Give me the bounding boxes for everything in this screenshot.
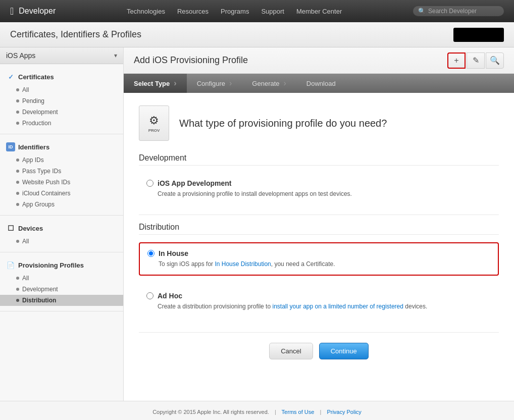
footer: Copyright © 2015 Apple Inc. All rights r… bbox=[0, 401, 514, 420]
section-divider bbox=[139, 215, 499, 215]
devices-icon: ☐ bbox=[6, 224, 15, 233]
nav-support[interactable]: Support bbox=[261, 8, 284, 15]
sidebar-item-cert-development[interactable]: Development bbox=[0, 107, 123, 118]
profile-question: What type of provisioning profile do you… bbox=[179, 118, 387, 129]
apple-logo-icon:  bbox=[10, 6, 14, 17]
form-content: ⚙ PROV What type of provisioning profile… bbox=[124, 93, 514, 372]
terms-link[interactable]: Terms of Use bbox=[282, 409, 315, 415]
section-header-provisioning: 📄 Provisioning Profiles bbox=[0, 257, 123, 273]
nav-programs[interactable]: Programs bbox=[221, 8, 249, 15]
section-label-certificates: Certificates bbox=[18, 73, 54, 81]
in-house-radio[interactable] bbox=[147, 250, 155, 257]
section-header-devices: ☐ Devices bbox=[0, 221, 123, 236]
sidebar-item-app-ids[interactable]: App IDs bbox=[0, 154, 123, 166]
step-select-type: Select Type › bbox=[124, 74, 187, 93]
add-button[interactable]: + bbox=[447, 52, 466, 69]
step-arrow-icon: › bbox=[174, 79, 176, 88]
bullet-icon bbox=[16, 181, 19, 184]
sidebar-item-prov-all[interactable]: All bbox=[0, 273, 123, 284]
search-button[interactable]: 🔍 bbox=[486, 52, 504, 69]
sidebar-item-pass-type-ids[interactable]: Pass Type IDs bbox=[0, 166, 123, 177]
gear-icon: ⚙ bbox=[149, 114, 159, 127]
sidebar-section-provisioning: 📄 Provisioning Profiles All Development … bbox=[0, 252, 123, 311]
search-input[interactable] bbox=[428, 8, 504, 15]
main-layout: iOS Apps Mac Apps ▾ ✓ Certificates All P… bbox=[0, 47, 514, 401]
in-house-link[interactable]: In House Distribution bbox=[215, 260, 271, 268]
nav-resources[interactable]: Resources bbox=[177, 8, 209, 15]
section-label-devices: Devices bbox=[18, 225, 43, 232]
development-section-title: Development bbox=[139, 153, 499, 166]
bullet-icon bbox=[16, 288, 19, 291]
ad-hoc-radio[interactable] bbox=[146, 292, 153, 299]
platform-select[interactable]: iOS Apps Mac Apps bbox=[6, 51, 114, 60]
main-content: Add iOS Provisioning Profile + ✎ 🔍 Selec… bbox=[124, 47, 514, 401]
in-house-label: In House bbox=[159, 249, 188, 257]
bullet-icon bbox=[16, 88, 19, 91]
step-label-configure: Configure bbox=[197, 80, 225, 87]
ios-dev-radio[interactable] bbox=[146, 180, 153, 187]
prov-header: ⚙ PROV What type of provisioning profile… bbox=[139, 106, 499, 141]
step-download: Download bbox=[296, 74, 346, 93]
sidebar-item-cert-pending[interactable]: Pending bbox=[0, 95, 123, 107]
search-bar[interactable]: 🔍 bbox=[413, 6, 504, 16]
prov-file-icon: ⚙ PROV bbox=[139, 106, 169, 141]
bullet-icon bbox=[16, 277, 19, 280]
sidebar-item-website-push-ids[interactable]: Website Push IDs bbox=[0, 177, 123, 188]
footer-separator2: | bbox=[320, 409, 321, 415]
step-label-generate: Generate bbox=[252, 80, 279, 87]
sidebar-section-identifiers: ID Identifiers App IDs Pass Type IDs Web… bbox=[0, 134, 123, 216]
bullet-icon bbox=[16, 159, 19, 162]
distribution-section-title: Distribution bbox=[139, 223, 499, 235]
bullet-icon bbox=[16, 99, 19, 102]
stepper: Select Type › Configure › Generate › Dow… bbox=[124, 74, 514, 93]
step-configure: Configure › bbox=[187, 74, 242, 93]
bullet-icon bbox=[16, 111, 19, 114]
nav-member-center[interactable]: Member Center bbox=[296, 8, 342, 15]
content-actions: + ✎ 🔍 bbox=[447, 52, 504, 69]
bullet-icon bbox=[16, 122, 19, 125]
ios-dev-option: iOS App Development Create a provisionin… bbox=[139, 173, 499, 204]
sidebar-item-devices-all[interactable]: All bbox=[0, 236, 123, 247]
ad-hoc-desc: Create a distribution provisioning profi… bbox=[146, 302, 491, 311]
content-title: Add iOS Provisioning Profile bbox=[134, 55, 248, 66]
ad-hoc-link[interactable]: install your app on a limited number of … bbox=[272, 303, 403, 310]
sidebar-section-certificates: ✓ Certificates All Pending Development P… bbox=[0, 64, 123, 134]
sidebar-item-cert-all[interactable]: All bbox=[0, 84, 123, 95]
nav-links: Technologies Resources Programs Support … bbox=[70, 8, 399, 15]
sidebar-item-cert-production[interactable]: Production bbox=[0, 118, 123, 129]
step-label-download: Download bbox=[306, 80, 336, 87]
cancel-button[interactable]: Cancel bbox=[269, 343, 313, 359]
sidebar-item-prov-development[interactable]: Development bbox=[0, 284, 123, 295]
sidebar-item-icloud-containers[interactable]: iCloud Containers bbox=[0, 188, 123, 199]
continue-button[interactable]: Continue bbox=[319, 343, 369, 359]
brand:  Developer bbox=[10, 6, 56, 17]
sidebar-section-devices: ☐ Devices All bbox=[0, 216, 123, 252]
ios-dev-label: iOS App Development bbox=[158, 179, 232, 187]
ad-hoc-label: Ad Hoc bbox=[158, 292, 182, 300]
bullet-icon bbox=[16, 170, 19, 173]
in-house-option: In House To sign iOS apps for In House D… bbox=[139, 242, 499, 276]
ad-hoc-option: Ad Hoc Create a distribution provisionin… bbox=[139, 286, 499, 317]
copyright-text: Copyright © 2015 Apple Inc. All rights r… bbox=[152, 409, 269, 415]
content-header: Add iOS Provisioning Profile + ✎ 🔍 bbox=[124, 47, 514, 74]
step-arrow-icon: › bbox=[229, 79, 232, 88]
chevron-down-icon: ▾ bbox=[114, 52, 117, 59]
distribution-section: Distribution In House To sign iOS apps f… bbox=[139, 223, 499, 317]
page-title: Certificates, Identifiers & Profiles bbox=[10, 29, 141, 40]
nav-technologies[interactable]: Technologies bbox=[127, 8, 165, 15]
top-nav:  Developer Technologies Resources Progr… bbox=[0, 0, 514, 22]
form-buttons: Cancel Continue bbox=[139, 332, 499, 359]
sidebar-item-prov-distribution[interactable]: Distribution bbox=[0, 295, 123, 306]
bullet-icon bbox=[16, 192, 19, 195]
section-label-provisioning: Provisioning Profiles bbox=[18, 261, 84, 269]
sidebar-item-app-groups[interactable]: App Groups bbox=[0, 199, 123, 210]
ios-dev-desc: Create a provisioning profile to install… bbox=[146, 189, 491, 198]
step-arrow-icon: › bbox=[284, 79, 286, 88]
edit-button[interactable]: ✎ bbox=[467, 52, 485, 69]
privacy-link[interactable]: Privacy Policy bbox=[327, 409, 361, 415]
bullet-icon bbox=[16, 240, 19, 243]
sub-header: Certificates, Identifiers & Profiles bbox=[0, 22, 514, 47]
sidebar: iOS Apps Mac Apps ▾ ✓ Certificates All P… bbox=[0, 47, 124, 401]
footer-separator: | bbox=[275, 409, 276, 415]
platform-dropdown[interactable]: iOS Apps Mac Apps ▾ bbox=[0, 47, 123, 64]
